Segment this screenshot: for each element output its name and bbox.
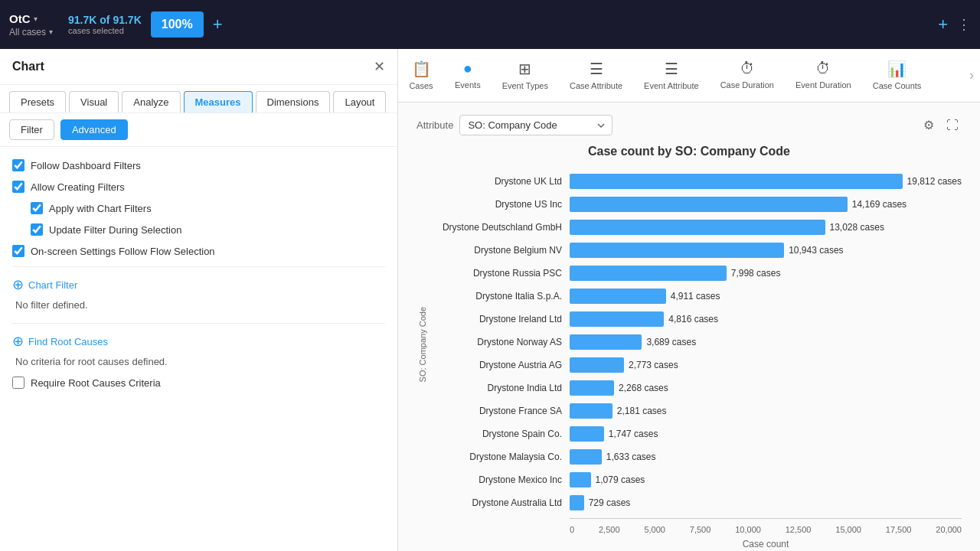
bar-fill: [570, 426, 604, 442]
x-tick: 5,000: [644, 525, 665, 534]
onscreen-settings-row: On-screen Settings Follow Flow Selection: [12, 245, 385, 257]
bar-wrapper: 2,268 cases: [570, 380, 962, 396]
chart-title: Case count by SO: Company Code: [416, 145, 962, 158]
events-icon: ●: [463, 60, 472, 77]
chart-area: Attribute SO: Company Code ⚙ ⛶ Case coun…: [398, 103, 980, 551]
event-types-nav-label: Event Types: [502, 81, 548, 90]
fullscreen-icon[interactable]: ⛶: [943, 115, 962, 135]
apply-chart-filters-checkbox[interactable]: [31, 202, 43, 214]
bar-row: Drystone Belgium NV10,943 cases: [432, 240, 962, 261]
bar-value: 7,998 cases: [731, 268, 781, 279]
bar-wrapper: 7,998 cases: [570, 266, 962, 281]
nav-right-arrow[interactable]: ›: [963, 49, 980, 102]
bar-fill: [570, 266, 727, 281]
onscreen-settings-checkbox[interactable]: [12, 245, 24, 257]
cases-icon: 📋: [412, 60, 431, 78]
nav-case-attribute[interactable]: ☰ Case Attribute: [559, 49, 633, 102]
process-selector[interactable]: OtC ▾ All cases ▾: [9, 12, 53, 37]
global-add-button[interactable]: +: [938, 15, 948, 34]
bar-value: 4,816 cases: [668, 314, 718, 324]
cases-label: cases selected: [68, 26, 124, 35]
find-root-causes-add[interactable]: ⊕ Find Root Causes: [12, 333, 108, 350]
tab-visual[interactable]: Visual: [69, 91, 119, 112]
allow-creating-filters-checkbox[interactable]: [12, 181, 24, 193]
bar-value: 2,773 cases: [629, 360, 678, 370]
require-root-causes-row: Require Root Causes Criteria: [12, 377, 385, 389]
bar-value: 2,181 cases: [617, 406, 667, 416]
x-tick: 17,500: [886, 525, 912, 534]
x-tick: 20,000: [936, 525, 962, 534]
onscreen-settings-label: On-screen Settings Follow Flow Selection: [31, 246, 215, 257]
percent-badge: 100%: [151, 11, 204, 37]
bar-value: 4,911 cases: [671, 291, 720, 302]
tab-analyze[interactable]: Analyze: [122, 91, 180, 112]
case-attribute-icon: ☰: [590, 60, 603, 78]
bar-row: Drystone India Ltd2,268 cases: [432, 377, 962, 399]
subtab-advanced[interactable]: Advanced: [60, 119, 128, 140]
no-filter-text: No filter defined.: [15, 299, 385, 311]
tab-presets[interactable]: Presets: [9, 91, 66, 112]
bar-value: 2,268 cases: [619, 383, 668, 393]
chart-filter-add[interactable]: ⊕ Chart Filter: [12, 276, 77, 293]
require-root-causes-checkbox[interactable]: [12, 377, 24, 389]
bar-label: Drystone Malaysia Co.: [432, 452, 570, 462]
bar-fill: [570, 403, 612, 419]
nav-case-counts[interactable]: 📊 Case Counts: [862, 49, 933, 102]
bar-row: Drystone Deutschland GmbH13,028 cases: [432, 217, 962, 238]
bar-wrapper: 1,079 cases: [570, 472, 962, 487]
bar-label: Drystone Russia PSC: [432, 268, 570, 279]
event-attribute-nav-label: Event Attribute: [644, 81, 699, 90]
bar-fill: [570, 334, 642, 350]
bar-wrapper: 1,747 cases: [570, 426, 962, 442]
nav-events[interactable]: ● Events: [444, 49, 492, 102]
bar-fill: [570, 243, 784, 258]
bar-fill: [570, 357, 624, 373]
x-tick: 12,500: [786, 525, 812, 534]
bar-wrapper: 2,773 cases: [570, 357, 962, 373]
nav-case-duration[interactable]: ⏱ Case Duration: [710, 49, 785, 102]
divider-2: [12, 323, 385, 324]
bar-value: 10,943 cases: [789, 245, 843, 256]
bar-label: Drystone France SA: [432, 406, 570, 416]
nav-event-duration[interactable]: ⏱ Event Duration: [785, 49, 862, 102]
bar-value: 729 cases: [589, 497, 631, 508]
divider-1: [12, 266, 385, 267]
all-cases-label: All cases: [9, 27, 46, 37]
add-button[interactable]: +: [213, 15, 223, 34]
settings-icon[interactable]: ⚙: [920, 115, 937, 135]
find-root-causes-label: Find Root Causes: [28, 336, 108, 347]
subtab-filter[interactable]: Filter: [9, 119, 54, 140]
nav-event-types[interactable]: ⊞ Event Types: [492, 49, 559, 102]
bar-label: Drystone Australia Ltd: [432, 497, 570, 508]
tab-layout[interactable]: Layout: [333, 91, 386, 112]
bar-wrapper: 4,911 cases: [570, 289, 962, 304]
follow-dashboard-filters-checkbox[interactable]: [12, 159, 24, 171]
tab-dimensions[interactable]: Dimensions: [256, 91, 331, 112]
chart-filter-plus-icon: ⊕: [12, 276, 24, 293]
case-attribute-nav-label: Case Attribute: [570, 81, 622, 90]
case-duration-icon: ⏱: [740, 60, 755, 77]
bar-fill: [570, 220, 825, 235]
bar-label: Drystone Belgium NV: [432, 245, 570, 256]
bar-wrapper: 14,169 cases: [570, 197, 962, 212]
require-root-causes-label: Require Root Causes Criteria: [31, 377, 161, 389]
bar-value: 14,169 cases: [852, 199, 906, 210]
apply-chart-filters-label: Apply with Chart Filters: [49, 203, 152, 214]
chart-filter-label: Chart Filter: [28, 279, 77, 291]
tab-measures[interactable]: Measures: [184, 91, 253, 112]
event-duration-icon: ⏱: [815, 60, 831, 77]
update-filter-checkbox[interactable]: [31, 223, 43, 236]
bar-wrapper: 13,028 cases: [570, 220, 962, 235]
nav-cases[interactable]: 📋 Cases: [398, 49, 444, 102]
bar-label: Drystone India Ltd: [432, 383, 570, 393]
menu-button[interactable]: ⋮: [957, 16, 971, 33]
attribute-label: Attribute: [416, 119, 453, 131]
bar-label: Drystone Mexico Inc: [432, 474, 570, 485]
nav-event-attribute[interactable]: ☰ Event Attribute: [633, 49, 710, 102]
bar-value: 19,812 cases: [907, 176, 962, 187]
bar-label: Drystone Austria AG: [432, 360, 570, 370]
attribute-select[interactable]: SO: Company Code: [459, 115, 612, 135]
close-button[interactable]: ✕: [374, 58, 385, 75]
apply-chart-filters-row: Apply with Chart Filters: [31, 202, 385, 214]
bar-value: 1,747 cases: [609, 429, 658, 439]
